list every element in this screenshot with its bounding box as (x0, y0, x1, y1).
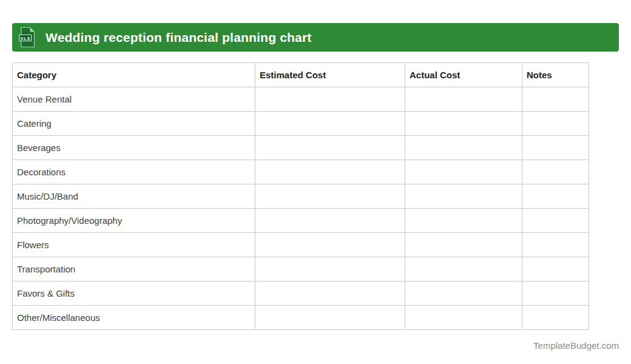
estimated-cost-cell (255, 209, 405, 233)
actual-cost-cell (405, 306, 522, 330)
table-row: Favors & Gifts (13, 281, 589, 306)
actual-cost-cell (405, 257, 522, 281)
category-cell: Transportation (13, 257, 255, 281)
actual-cost-cell (405, 87, 522, 112)
notes-cell (522, 306, 589, 330)
table-row: Venue Rental (13, 87, 589, 112)
category-cell: Favors & Gifts (13, 281, 255, 306)
column-header-actual-cost: Actual Cost (405, 63, 522, 87)
estimated-cost-cell (255, 306, 405, 330)
category-cell: Venue Rental (13, 87, 255, 112)
notes-cell (522, 281, 589, 306)
notes-cell (522, 257, 589, 281)
page-title: Wedding reception financial planning cha… (46, 30, 312, 45)
category-cell: Photography/Videography (13, 209, 255, 233)
actual-cost-cell (405, 281, 522, 306)
column-header-estimated-cost: Estimated Cost (255, 63, 405, 87)
folded-corner (30, 28, 35, 32)
actual-cost-cell (405, 112, 522, 136)
estimated-cost-cell (255, 87, 405, 112)
xls-badge-label: XLS (21, 36, 30, 41)
table-header-row: CategoryEstimated CostActual CostNotes (13, 63, 589, 87)
notes-cell (522, 87, 589, 112)
actual-cost-cell (405, 184, 522, 209)
actual-cost-cell (405, 233, 522, 257)
estimated-cost-cell (255, 184, 405, 209)
column-header-notes: Notes (522, 63, 589, 87)
table-row: Transportation (13, 257, 589, 281)
xls-file-icon: XLS (19, 27, 35, 48)
actual-cost-cell (405, 160, 522, 184)
category-cell: Flowers (13, 233, 255, 257)
notes-cell (522, 184, 589, 209)
watermark-link[interactable]: TemplateBudget.com (533, 340, 619, 351)
table-row: Catering (13, 112, 589, 136)
estimated-cost-cell (255, 160, 405, 184)
notes-cell (522, 160, 589, 184)
table-row: Other/Miscellaneous (13, 306, 589, 330)
actual-cost-cell (405, 209, 522, 233)
category-cell: Catering (13, 112, 255, 136)
category-cell: Other/Miscellaneous (13, 306, 255, 330)
category-cell: Decorations (13, 160, 255, 184)
table-row: Beverages (13, 136, 589, 160)
table-body: Venue Rental Catering Beverages Decorati… (13, 87, 589, 330)
estimated-cost-cell (255, 233, 405, 257)
notes-cell (522, 112, 589, 136)
table-row: Music/DJ/Band (13, 184, 589, 209)
notes-cell (522, 209, 589, 233)
column-header-category: Category (13, 63, 255, 87)
planning-table: CategoryEstimated CostActual CostNotes V… (12, 62, 589, 330)
table-row: Photography/Videography (13, 209, 589, 233)
notes-cell (522, 233, 589, 257)
title-banner: XLS Wedding reception financial planning… (12, 23, 619, 52)
estimated-cost-cell (255, 136, 405, 160)
estimated-cost-cell (255, 281, 405, 306)
table-row: Decorations (13, 160, 589, 184)
notes-cell (522, 136, 589, 160)
table-row: Flowers (13, 233, 589, 257)
estimated-cost-cell (255, 257, 405, 281)
estimated-cost-cell (255, 112, 405, 136)
category-cell: Music/DJ/Band (13, 184, 255, 209)
category-cell: Beverages (13, 136, 255, 160)
actual-cost-cell (405, 136, 522, 160)
